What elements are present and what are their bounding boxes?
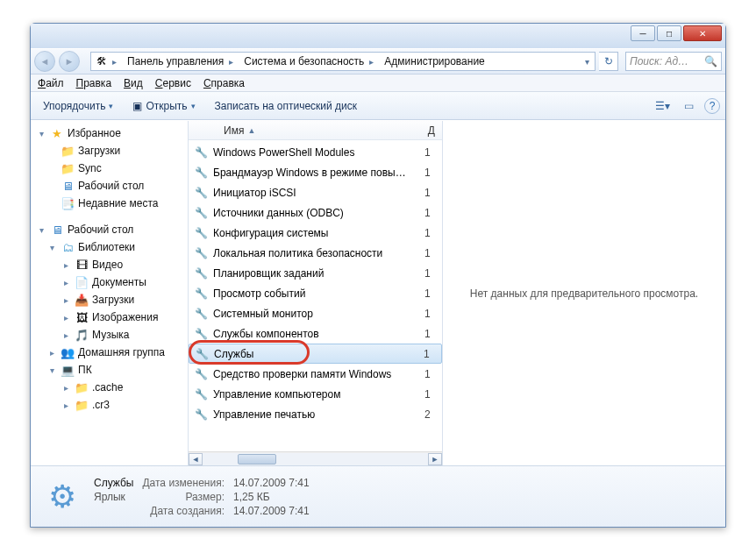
tree-item[interactable]: ▸🎵Музыка (31, 326, 188, 344)
column-name[interactable]: Имя▲ (217, 124, 262, 137)
tree-item[interactable]: ▸📥Загрузки (31, 291, 188, 308)
scroll-left-icon[interactable]: ◄ (189, 453, 203, 465)
folder-icon: 📁 (61, 144, 75, 158)
list-item[interactable]: 🔧Управление печатью2 (189, 404, 442, 424)
list-item[interactable]: 🔧Службы1 (189, 344, 442, 364)
horizontal-scrollbar[interactable]: ◄ ► (189, 451, 442, 465)
shortcut-icon: 🔧 (194, 387, 208, 401)
expand-icon[interactable]: ▸ (61, 383, 71, 393)
breadcrumb[interactable]: Панель управления▸ (122, 53, 239, 70)
tree-homegroup[interactable]: ▸👥Домашняя группа (31, 344, 188, 361)
column-headers: Имя▲ Д (189, 121, 442, 140)
menu-tools[interactable]: Сервис (155, 77, 191, 89)
breadcrumb[interactable]: Администрирование (379, 53, 489, 70)
expand-icon[interactable]: ▸ (61, 278, 71, 287)
list-item[interactable]: 🔧Windows PowerShell Modules1 (189, 142, 442, 162)
item-name: Средство проверки памяти Windows (213, 368, 391, 380)
shortcut-icon: 🔧 (195, 347, 209, 361)
address-dropdown[interactable]: ▾ (578, 53, 595, 70)
tree-item[interactable]: 🖥Рабочий стол (31, 177, 188, 195)
list-item[interactable]: 🔧Локальная политика безопасности1 (189, 243, 442, 263)
list-item[interactable]: 🔧Источники данных (ODBC)1 (189, 202, 442, 223)
tree-libraries[interactable]: ▾🗂Библиотеки (31, 238, 188, 256)
navigation-tree[interactable]: ▾★Избранное 📁Загрузки 📁Sync 🖥Рабочий сто… (31, 121, 189, 465)
shortcut-icon: 🔧 (194, 166, 208, 180)
tree-pc[interactable]: ▾💻ПК (31, 361, 188, 379)
list-item[interactable]: 🔧Инициатор iSCSI1 (189, 182, 442, 202)
tree-item[interactable]: 📁Загрузки (31, 142, 188, 160)
view-mode-button[interactable]: ☰▾ (652, 96, 673, 117)
breadcrumb-root-icon[interactable]: 🛠▸ (91, 53, 122, 70)
forward-button[interactable]: ► (59, 51, 80, 72)
tree-item[interactable]: ▸📁.cr3 (31, 396, 188, 414)
tree-favorites[interactable]: ▾★Избранное (31, 124, 188, 142)
scroll-track[interactable] (203, 453, 428, 465)
address-bar[interactable]: 🛠▸ Панель управления▸ Система и безопасн… (90, 52, 596, 71)
item-name: Источники данных (ODBC) (213, 207, 344, 219)
collapse-icon[interactable]: ▾ (36, 129, 46, 138)
tree-item[interactable]: 📑Недавние места (31, 195, 188, 212)
item-date: 1 (424, 227, 437, 239)
tree-item[interactable]: ▸🖼Изображения (31, 308, 188, 326)
tree-item[interactable]: ▸🎞Видео (31, 256, 188, 273)
items-container: 🔧Windows PowerShell Modules1🔧Брандмауэр … (189, 140, 442, 451)
maximize-button[interactable]: □ (657, 25, 681, 41)
help-button[interactable]: ? (704, 98, 720, 114)
collapse-icon[interactable]: ▾ (36, 225, 46, 235)
video-icon: 🎞 (75, 258, 89, 272)
expand-icon[interactable]: ▸ (61, 313, 71, 323)
expand-icon[interactable]: ▸ (61, 295, 71, 305)
expand-icon[interactable]: ▸ (46, 348, 57, 358)
collapse-icon[interactable]: ▾ (46, 365, 57, 375)
list-item[interactable]: 🔧Брандмауэр Windows в режиме повы…1 (189, 162, 442, 182)
menu-help[interactable]: Справка (203, 77, 245, 89)
collapse-icon[interactable]: ▾ (46, 243, 57, 252)
item-name: Конфигурация системы (213, 227, 328, 239)
chevron-down-icon: ▾ (191, 102, 196, 110)
list-item[interactable]: 🔧Службы компонентов1 (189, 323, 442, 344)
scroll-thumb[interactable] (238, 454, 276, 464)
preview-pane-button[interactable]: ▭ (678, 96, 699, 117)
item-date: 1 (424, 146, 437, 159)
list-item[interactable]: 🔧Конфигурация системы1 (189, 223, 442, 243)
burn-button[interactable]: Записать на оптический диск (208, 96, 365, 117)
details-modified: 14.07.2009 7:41 (233, 477, 310, 489)
back-button[interactable]: ◄ (34, 51, 55, 72)
computer-icon: 💻 (61, 363, 75, 377)
expand-icon[interactable]: ▸ (61, 401, 71, 410)
scroll-right-icon[interactable]: ► (428, 453, 442, 465)
menu-file[interactable]: Файл (38, 77, 64, 89)
expand-icon[interactable]: ▸ (61, 330, 71, 340)
tree-item[interactable]: ▸📁.cache (31, 379, 188, 396)
item-name: Управление компьютером (213, 388, 340, 401)
list-item[interactable]: 🔧Системный монитор1 (189, 303, 442, 323)
menu-edit[interactable]: Правка (76, 77, 112, 89)
column-date[interactable]: Д (421, 124, 442, 137)
open-button[interactable]: ▣Открыть▾ (125, 96, 202, 117)
content-area: ▾★Избранное 📁Загрузки 📁Sync 🖥Рабочий сто… (31, 120, 725, 465)
breadcrumb[interactable]: Система и безопасность▸ (239, 53, 379, 70)
list-item[interactable]: 🔧Просмотр событий1 (189, 283, 442, 303)
item-name: Инициатор iSCSI (213, 187, 296, 199)
organize-button[interactable]: Упорядочить▾ (36, 96, 120, 117)
tree-desktop[interactable]: ▾🖥Рабочий стол (31, 221, 188, 238)
item-name: Windows PowerShell Modules (213, 146, 354, 159)
shortcut-icon: 🔧 (194, 226, 208, 240)
refresh-button[interactable]: ↻ (599, 52, 618, 71)
list-item[interactable]: 🔧Планировщик заданий1 (189, 263, 442, 283)
search-input[interactable]: Поиск: Ад… 🔍 (625, 52, 722, 71)
downloads-icon: 📥 (75, 293, 89, 307)
close-button[interactable]: ✕ (683, 25, 722, 41)
list-item[interactable]: 🔧Управление компьютером1 (189, 384, 442, 404)
list-item[interactable]: 🔧Средство проверки памяти Windows1 (189, 364, 442, 384)
folder-icon: 📁 (75, 398, 89, 412)
control-panel-icon: 🛠 (96, 55, 107, 67)
tree-item[interactable]: 📁Sync (31, 160, 188, 177)
item-name: Управление печатью (213, 408, 315, 421)
expand-icon[interactable]: ▸ (61, 260, 71, 270)
menu-view[interactable]: Вид (124, 77, 143, 89)
titlebar: ─ □ ✕ (31, 24, 725, 48)
item-name: Системный монитор (213, 308, 313, 320)
minimize-button[interactable]: ─ (631, 25, 655, 41)
tree-item[interactable]: ▸📄Документы (31, 273, 188, 291)
